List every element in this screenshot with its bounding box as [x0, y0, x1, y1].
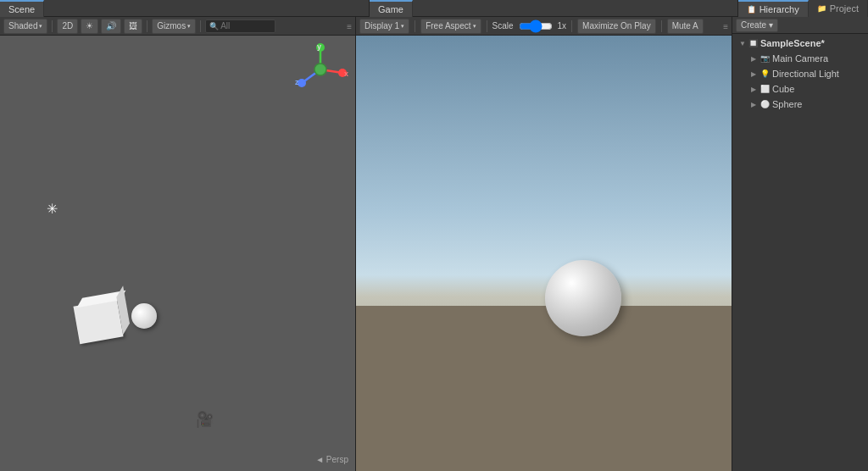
- scene-background: [0, 36, 355, 471]
- scene-sphere-object[interactable]: [131, 303, 157, 329]
- directionallight-label: Directional Light: [772, 69, 839, 79]
- persp-label: ◄ Persp: [315, 454, 348, 464]
- tab-scene[interactable]: Scene: [0, 0, 44, 17]
- expand-arrow-icon: ▼: [739, 40, 746, 47]
- scene-camera-icon[interactable]: 🎥: [195, 410, 214, 429]
- tab-project[interactable]: 📁 Project: [809, 0, 868, 17]
- scale-value: 1x: [558, 21, 567, 30]
- cube-item-icon: ⬜: [760, 85, 770, 93]
- light-item-icon: 💡: [760, 69, 770, 78]
- hierarchy-item-samplescene[interactable]: ▼ 🔲 SampleScene*: [732, 36, 868, 51]
- hierarchy-item-sphere[interactable]: ▶ ⚪ Sphere: [732, 97, 868, 112]
- game-tab-label: Game: [378, 4, 403, 14]
- scene-search: 🔍: [205, 19, 275, 33]
- game-ground: [356, 306, 732, 471]
- search-icon: 🔍: [209, 22, 219, 30]
- separator-1: [52, 20, 53, 32]
- tab-game[interactable]: Game: [370, 0, 413, 17]
- camera-bullet-icon: ▶: [751, 55, 756, 63]
- audio-toggle[interactable]: 🔊: [101, 19, 121, 34]
- maximize-label: Maximize On Play: [582, 21, 651, 30]
- maximize-button[interactable]: Maximize On Play: [577, 19, 656, 34]
- game-menu-icon: ≡: [723, 22, 728, 31]
- aspect-chevron-icon: ▾: [473, 23, 476, 30]
- game-view[interactable]: [356, 36, 732, 471]
- create-label: Create ▾: [741, 20, 773, 30]
- scale-label: Scale: [492, 21, 514, 30]
- shaded-chevron-icon: ▾: [39, 23, 42, 30]
- 2d-button[interactable]: 2D: [57, 19, 78, 34]
- scene-view[interactable]: ✳ 🎥: [0, 36, 355, 471]
- mute-button[interactable]: Mute A: [667, 19, 704, 34]
- hierarchy-toolbar: Create ▾: [732, 17, 868, 34]
- scene-panel-menu[interactable]: ≡: [347, 21, 352, 31]
- scale-slider[interactable]: [519, 22, 553, 30]
- light-bullet-icon: ▶: [751, 70, 756, 78]
- tab-hierarchy[interactable]: 📋 Hierarchy: [738, 0, 809, 17]
- effects-icon: 🖼: [129, 21, 137, 30]
- scene-toolbar: Shaded ▾ 2D ☀ 🔊 🖼 Gizmos: [0, 17, 355, 36]
- display-label: Display 1: [364, 21, 399, 30]
- audio-icon: 🔊: [106, 21, 116, 30]
- directional-light-icon[interactable]: ✳: [47, 201, 58, 217]
- sphere-bullet-icon: ▶: [751, 101, 756, 108]
- hierarchy-panel: Create ▾ ▼ 🔲 SampleScene* ▶ 📷 Main Camer…: [732, 17, 868, 471]
- hierarchy-item-cube[interactable]: ▶ ⬜ Cube: [732, 81, 868, 97]
- separator-2: [147, 20, 147, 32]
- shaded-label: Shaded: [8, 21, 37, 30]
- maincamera-label: Main Camera: [772, 53, 828, 64]
- scene-gizmo[interactable]: y z x: [293, 42, 348, 97]
- toolbar-sep3: [571, 20, 572, 32]
- game-panel: Display 1 ▾ Free Aspect ▾ Scale 1x Maxim…: [356, 17, 732, 471]
- gizmo-y-label: y: [317, 42, 321, 51]
- gizmos-button[interactable]: Gizmos ▾: [152, 19, 196, 34]
- toolbar-sep: [415, 20, 415, 32]
- gizmos-chevron-icon: ▾: [187, 23, 191, 30]
- cube-label: Cube: [772, 84, 794, 94]
- scene-icon: 🔲: [748, 39, 758, 47]
- aspect-label: Free Aspect: [426, 21, 470, 30]
- display-dropdown[interactable]: Display 1 ▾: [359, 19, 409, 34]
- toolbar-sep4: [661, 20, 662, 32]
- sphere-label: Sphere: [772, 99, 802, 109]
- cube-bullet-icon: ▶: [751, 86, 756, 93]
- panel-menu-icon: ≡: [347, 22, 352, 31]
- mute-label: Mute A: [672, 21, 698, 30]
- svg-point-6: [314, 64, 326, 75]
- game-toolbar: Display 1 ▾ Free Aspect ▾ Scale 1x Maxim…: [356, 17, 732, 36]
- light-icon: ☀: [86, 21, 93, 30]
- project-icon: 📁: [817, 4, 826, 13]
- project-tab-label: Project: [830, 3, 859, 14]
- samplescene-label: SampleScene*: [760, 38, 825, 48]
- scene-cube-object[interactable]: [73, 299, 123, 344]
- hierarchy-tab-label: Hierarchy: [760, 4, 799, 14]
- hierarchy-list: ▼ 🔲 SampleScene* ▶ 📷 Main Camera ▶ 💡 Dir…: [732, 34, 868, 471]
- hierarchy-item-directionallight[interactable]: ▶ 💡 Directional Light: [732, 66, 868, 81]
- camera-icon: 📷: [760, 54, 770, 63]
- sphere-item-icon: ⚪: [760, 100, 770, 108]
- create-button[interactable]: Create ▾: [736, 19, 778, 32]
- gizmo-x-label: x: [344, 69, 348, 78]
- display-chevron-icon: ▾: [401, 23, 404, 30]
- toolbar-sep2: [487, 20, 487, 32]
- scene-panel: Shaded ▾ 2D ☀ 🔊 🖼 Gizmos: [0, 17, 356, 471]
- game-panel-menu[interactable]: ≡: [723, 21, 728, 31]
- light-toggle[interactable]: ☀: [81, 19, 98, 34]
- scene-tab-label: Scene: [8, 4, 35, 14]
- scene-search-input[interactable]: [220, 21, 271, 30]
- game-sphere-object[interactable]: [545, 260, 621, 336]
- shaded-dropdown[interactable]: Shaded ▾: [3, 19, 47, 34]
- 2d-label: 2D: [62, 21, 73, 30]
- aspect-dropdown[interactable]: Free Aspect ▾: [420, 19, 481, 34]
- gizmo-z-label: z: [295, 78, 299, 86]
- gizmos-label: Gizmos: [157, 21, 186, 30]
- hierarchy-item-maincamera[interactable]: ▶ 📷 Main Camera: [732, 51, 868, 66]
- effects-toggle[interactable]: 🖼: [124, 19, 142, 34]
- separator-3: [200, 20, 201, 32]
- hierarchy-icon: 📋: [747, 5, 756, 14]
